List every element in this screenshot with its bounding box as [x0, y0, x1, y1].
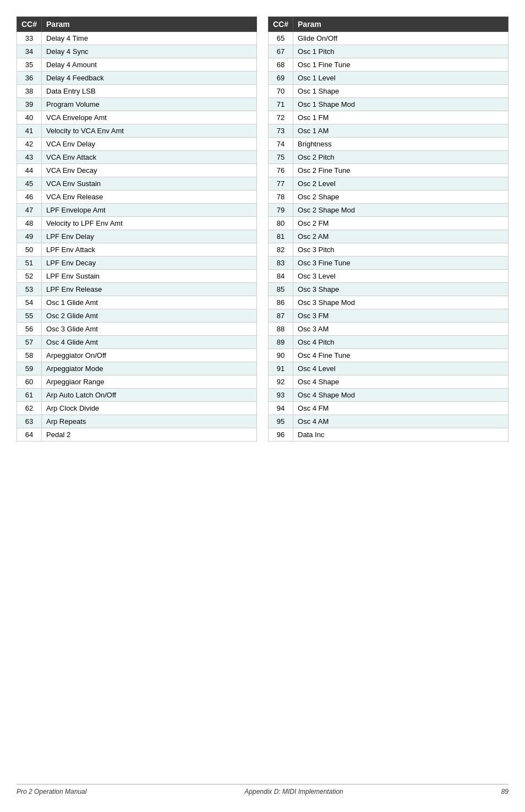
param-cell: Osc 1 FM — [293, 111, 508, 124]
table-row: 59Arpeggiator Mode — [17, 362, 257, 375]
table-row: 95Osc 4 AM — [269, 415, 508, 428]
table-row: 84Osc 3 Level — [269, 270, 508, 283]
cc-cell: 80 — [269, 217, 293, 230]
table-row: 41Velocity to VCA Env Amt — [17, 124, 257, 138]
table-row: 60Arpeggiaor Range — [17, 375, 257, 389]
table-row: 48Velocity to LPF Env Amt — [17, 217, 257, 230]
cc-cell: 50 — [17, 243, 42, 257]
table-row: 68Osc 1 Fine Tune — [269, 58, 508, 72]
cc-cell: 76 — [269, 164, 293, 177]
param-cell: Arpeggiator Mode — [42, 362, 257, 375]
cc-cell: 84 — [269, 270, 293, 283]
param-cell: Velocity to LPF Env Amt — [42, 217, 257, 230]
param-cell: Osc 4 FM — [293, 402, 508, 415]
table-row: 80Osc 2 FM — [269, 217, 508, 230]
table-row: 61Arp Auto Latch On/Off — [17, 389, 257, 402]
cc-cell: 60 — [17, 375, 42, 389]
cc-cell: 95 — [269, 415, 293, 428]
table-row: 81Osc 2 AM — [269, 230, 508, 243]
cc-cell: 93 — [269, 389, 293, 402]
table-row: 42VCA Env Delay — [17, 138, 257, 151]
cc-cell: 75 — [269, 151, 293, 164]
cc-cell: 86 — [269, 296, 293, 309]
table-row: 91Osc 4 Level — [269, 362, 508, 375]
left-header-cc: CC# — [17, 17, 42, 32]
param-cell: Osc 1 Shape Mod — [293, 98, 508, 111]
table-row: 50LPF Env Attack — [17, 243, 257, 257]
param-cell: Glide On/Off — [293, 32, 508, 45]
param-cell: LPF Env Delay — [42, 230, 257, 243]
table-row: 52LPF Env Sustain — [17, 270, 257, 283]
cc-cell: 81 — [269, 230, 293, 243]
cc-cell: 61 — [17, 389, 42, 402]
cc-cell: 52 — [17, 270, 42, 283]
param-cell: VCA Envelope Amt — [42, 111, 257, 124]
cc-cell: 62 — [17, 402, 42, 415]
param-cell: LPF Env Decay — [42, 257, 257, 270]
left-header-param: Param — [42, 17, 257, 32]
table-row: 92Osc 4 Shape — [269, 375, 508, 389]
param-cell: Arp Repeats — [42, 415, 257, 428]
cc-cell: 74 — [269, 138, 293, 151]
cc-cell: 70 — [269, 85, 293, 98]
param-cell: Osc 4 Shape — [293, 375, 508, 389]
param-cell: LPF Env Release — [42, 283, 257, 296]
table-row: 40VCA Envelope Amt — [17, 111, 257, 124]
cc-cell: 72 — [269, 111, 293, 124]
table-row: 46VCA Env Release — [17, 190, 257, 204]
cc-cell: 69 — [269, 72, 293, 85]
param-cell: Osc 2 Pitch — [293, 151, 508, 164]
table-row: 72Osc 1 FM — [269, 111, 508, 124]
table-row: 76Osc 2 Fine Tune — [269, 164, 508, 177]
table-row: 57Osc 4 Glide Amt — [17, 336, 257, 349]
param-cell: Delay 4 Sync — [42, 45, 257, 58]
table-row: 34Delay 4 Sync — [17, 45, 257, 58]
param-cell: Delay 4 Amount — [42, 58, 257, 72]
table-row: 39Program Volume — [17, 98, 257, 111]
param-cell: Brightness — [293, 138, 508, 151]
cc-cell: 57 — [17, 336, 42, 349]
table-row: 79Osc 2 Shape Mod — [269, 204, 508, 217]
table-row: 58Arpeggiator On/Off — [17, 349, 257, 362]
param-cell: Osc 4 Glide Amt — [42, 336, 257, 349]
param-cell: VCA Env Delay — [42, 138, 257, 151]
cc-cell: 46 — [17, 190, 42, 204]
cc-cell: 39 — [17, 98, 42, 111]
cc-cell: 59 — [17, 362, 42, 375]
param-cell: Osc 1 Pitch — [293, 45, 508, 58]
left-table: CC# Param 33Delay 4 Time34Delay 4 Sync35… — [17, 17, 257, 442]
param-cell: Osc 1 Shape — [293, 85, 508, 98]
table-row: 71Osc 1 Shape Mod — [269, 98, 508, 111]
table-row: 67Osc 1 Pitch — [269, 45, 508, 58]
param-cell: Osc 1 AM — [293, 124, 508, 138]
tables-container: CC# Param 33Delay 4 Time34Delay 4 Sync35… — [17, 17, 508, 442]
cc-cell: 88 — [269, 323, 293, 336]
param-cell: Osc 3 FM — [293, 309, 508, 323]
param-cell: Osc 2 AM — [293, 230, 508, 243]
param-cell: VCA Env Sustain — [42, 177, 257, 190]
param-cell: Osc 4 Pitch — [293, 336, 508, 349]
param-cell: Osc 2 Shape — [293, 190, 508, 204]
cc-cell: 45 — [17, 177, 42, 190]
table-row: 88Osc 3 AM — [269, 323, 508, 336]
table-row: 36Delay 4 Feedback — [17, 72, 257, 85]
param-cell: Osc 1 Glide Amt — [42, 296, 257, 309]
param-cell: Pedal 2 — [42, 428, 257, 442]
param-cell: Arpeggiaor Range — [42, 375, 257, 389]
table-row: 47LPF Envelope Amt — [17, 204, 257, 217]
table-row: 87Osc 3 FM — [269, 309, 508, 323]
cc-cell: 33 — [17, 32, 42, 45]
cc-cell: 47 — [17, 204, 42, 217]
param-cell: Arp Auto Latch On/Off — [42, 389, 257, 402]
table-row: 82Osc 3 Pitch — [269, 243, 508, 257]
table-row: 89Osc 4 Pitch — [269, 336, 508, 349]
param-cell: Data Inc — [293, 428, 508, 442]
table-row: 65Glide On/Off — [269, 32, 508, 45]
table-row: 96Data Inc — [269, 428, 508, 442]
param-cell: Velocity to VCA Env Amt — [42, 124, 257, 138]
table-row: 62Arp Clock Divide — [17, 402, 257, 415]
param-cell: Osc 3 Pitch — [293, 243, 508, 257]
param-cell: Osc 3 Glide Amt — [42, 323, 257, 336]
cc-cell: 77 — [269, 177, 293, 190]
table-row: 35Delay 4 Amount — [17, 58, 257, 72]
